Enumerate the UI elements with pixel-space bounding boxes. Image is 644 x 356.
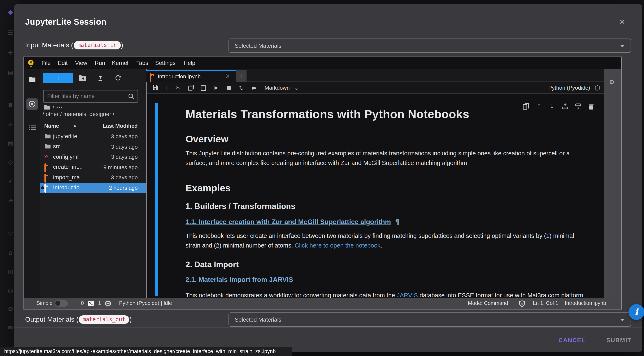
trust-shield-icon[interactable] <box>519 300 525 307</box>
insert-cell-icon[interactable]: + <box>161 82 171 94</box>
new-folder-icon[interactable] <box>78 73 87 82</box>
tab-bar: Introduction.ipynb × + <box>147 69 604 82</box>
jarvis-link[interactable]: JARVIS <box>397 292 418 298</box>
refresh-icon[interactable] <box>114 73 123 82</box>
column-name[interactable]: Name <box>44 123 59 129</box>
file-list-header[interactable]: Name ▲ Last Modified <box>40 121 146 131</box>
submit-button[interactable]: SUBMIT <box>604 335 634 345</box>
file-row-create-interface[interactable]: create_int... 19 minutes ago <box>40 162 146 172</box>
notebook-content[interactable]: ↑ ↓ Materials Trans <box>147 94 604 298</box>
output-label-suffix: ) <box>130 316 132 323</box>
menu-help[interactable]: Help <box>184 57 196 69</box>
notebook-file-icon <box>150 73 151 81</box>
sort-ascending-icon[interactable]: ▲ <box>74 124 76 127</box>
open-notebook-link[interactable]: Click here to open the notebook <box>295 242 381 249</box>
restart-kernel-icon[interactable]: ↻ <box>236 82 246 94</box>
menu-settings[interactable]: Settings <box>155 57 176 69</box>
toggle-knob <box>55 301 60 306</box>
output-materials-dropdown[interactable]: Selected Materials <box>228 313 631 327</box>
file-row-introduction-selected[interactable]: Introductio... 2 hours ago <box>40 182 146 193</box>
folder-icon <box>44 105 50 110</box>
kernel-chip-icon[interactable] <box>105 300 111 306</box>
filebrowser-tab-folder-icon[interactable] <box>26 73 38 85</box>
cut-cells-icon[interactable]: ✂ <box>173 82 183 94</box>
modal-title: JupyterLite Session <box>25 17 106 27</box>
file-name: jupyterlite <box>53 133 77 139</box>
input-materials-dropdown[interactable]: Selected Materials <box>228 38 631 53</box>
simple-mode-label: Simple <box>36 298 52 309</box>
simple-mode-toggle[interactable] <box>54 300 68 306</box>
notebook-overview-paragraph: This Jupyter Lite distribution contains … <box>186 149 584 168</box>
app-sidebar-menu-icon: ☰ <box>7 29 14 36</box>
paste-cells-icon[interactable] <box>198 82 208 94</box>
output-dropdown-label: Selected Materials <box>235 316 281 323</box>
cell-type-dropdown[interactable]: Markdown⌄ <box>264 82 298 94</box>
app-sidebar-diamond-icon: ◇ <box>7 158 14 166</box>
restart-run-all-icon[interactable]: ▶▶ <box>249 82 259 94</box>
app-sidebar-list-icon: ≣ <box>7 101 14 109</box>
input-variable-chip: materials_in <box>74 41 120 49</box>
table-of-contents-tab-icon[interactable] <box>26 122 38 133</box>
menu-kernel[interactable]: Kernel <box>112 57 128 69</box>
pilcrow-anchor-icon[interactable]: ¶ <box>395 218 399 226</box>
delete-cell-icon[interactable] <box>588 103 594 110</box>
file-name: config.yml <box>53 154 78 160</box>
kernels-count[interactable]: 1 <box>98 298 101 309</box>
breadcrumb[interactable]: / ••• <box>44 104 63 110</box>
notebook-builders-paragraph: This notebook lets user create an interf… <box>186 231 584 250</box>
cursor-position[interactable]: Ln 1, Col 1 <box>533 298 558 309</box>
file-filter-input[interactable] <box>44 90 137 102</box>
breadcrumb-ellipsis[interactable]: ••• <box>56 105 63 109</box>
run-cell-icon[interactable]: ▶ <box>211 82 222 94</box>
kernel-selector[interactable]: Python (Pyodide) <box>548 82 600 94</box>
menu-view[interactable]: View <box>75 57 87 69</box>
file-filter-box <box>43 90 138 102</box>
file-row-src[interactable]: src 3 days ago <box>40 142 146 152</box>
cancel-button[interactable]: CANCEL <box>556 335 588 345</box>
cell-collapser[interactable] <box>155 103 158 296</box>
search-icon <box>128 93 135 100</box>
notebook-h1: Materials Transformations with Python No… <box>186 108 584 121</box>
running-kernels-tab-icon[interactable] <box>26 98 38 110</box>
menu-tabs[interactable]: Tabs <box>136 57 148 69</box>
info-button[interactable]: i <box>628 304 644 320</box>
tab-close-icon[interactable]: × <box>225 72 230 79</box>
app-sidebar-add-icon: ✚ <box>7 49 14 56</box>
column-divider <box>86 122 86 130</box>
terminal-icon[interactable]: $_ <box>88 301 94 306</box>
breadcrumb-root[interactable]: / <box>52 104 54 110</box>
upload-icon[interactable] <box>96 73 105 82</box>
app-sidebar-shape-icon: ▽ <box>7 230 14 237</box>
app-sidebar-panel-icon: ▤ <box>7 69 14 76</box>
breadcrumb-current-path[interactable]: / other / materials_designer / <box>42 111 114 117</box>
app-sidebar-gear-icon: ⚙ <box>7 305 14 313</box>
notebook-h3-builders: 1. Builders / Transformations <box>186 202 584 211</box>
notebook-h3-data-import: 2. Data Import <box>186 260 584 269</box>
notebook-builders-heading-link: 1.1. Interface creation with Zur and McG… <box>186 218 584 226</box>
zsl-notebook-link[interactable]: 1.1. Interface creation with Zur and McG… <box>186 218 391 225</box>
menu-edit[interactable]: Edit <box>58 57 68 69</box>
new-launcher-button[interactable]: + <box>43 73 73 83</box>
jupyterlite-session-modal: JupyterLite Session ✕ Input Materials ( … <box>14 4 642 352</box>
file-row-config-yml[interactable]: Y: config.yml 3 days ago <box>40 152 146 162</box>
jarvis-heading-link[interactable]: 2.1. Materials import from JARVIS <box>186 276 584 284</box>
tab-introduction-ipynb[interactable]: Introduction.ipynb × <box>146 70 236 82</box>
menu-file[interactable]: File <box>42 57 51 69</box>
output-materials-label: Output Materials ( materials_out ) <box>25 314 132 325</box>
terminals-count[interactable]: 0 <box>81 298 84 309</box>
column-last-modified[interactable]: Last Modified <box>102 123 138 129</box>
close-icon[interactable]: ✕ <box>619 17 625 26</box>
copy-cells-icon[interactable] <box>186 82 196 94</box>
input-label-suffix: ) <box>121 41 123 49</box>
save-icon[interactable] <box>150 82 160 94</box>
new-tab-button[interactable]: + <box>236 70 246 82</box>
stop-kernel-icon[interactable]: ■ <box>224 82 234 94</box>
file-row-jupyterlite[interactable]: jupyterlite 3 days ago <box>40 131 146 142</box>
kernel-status-text[interactable]: Python (Pyodide) | Idle <box>119 298 172 309</box>
import-text: This notebook demonstrates a workflow fo… <box>186 292 397 298</box>
file-name: create_int... <box>53 164 82 170</box>
file-row-import-materials[interactable]: import_ma... 3 days ago <box>40 172 146 182</box>
kernel-name: Python (Pyodide) <box>548 85 590 91</box>
menu-run[interactable]: Run <box>95 57 105 69</box>
property-inspector-gear-icon[interactable]: ⚙ <box>609 78 615 86</box>
